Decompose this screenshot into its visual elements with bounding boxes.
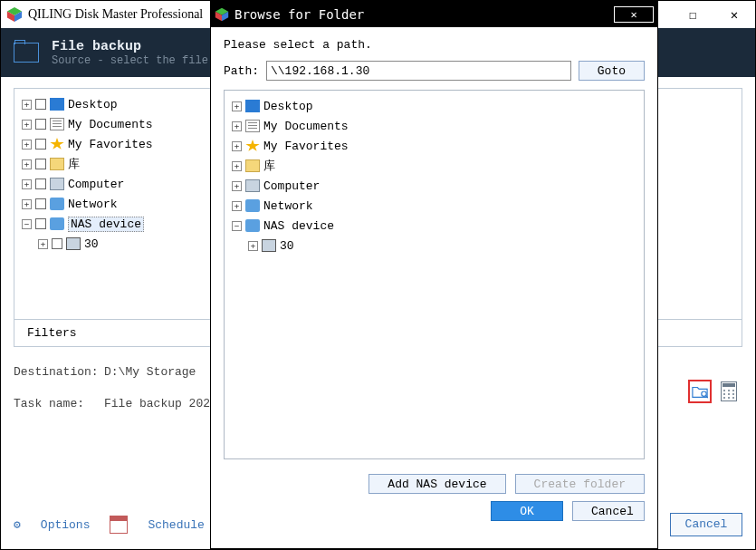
expand-toggle[interactable]: + (22, 179, 32, 189)
checkbox[interactable] (35, 139, 46, 150)
browse-folder-dialog: Browse for Folder ✕ Please select a path… (210, 1, 658, 549)
monitor-icon (66, 237, 81, 250)
lib-icon (245, 159, 260, 172)
tree-item-label: Desktop (263, 100, 313, 113)
dialog-titlebar: Browse for Folder ✕ (211, 2, 657, 27)
tree-item-label: 30 (280, 239, 294, 253)
options-button[interactable]: Options (41, 518, 91, 532)
net-icon (50, 217, 64, 230)
destination-label: Destination: (14, 365, 104, 379)
d-lib[interactable]: +库 (228, 156, 640, 176)
svg-point-12 (732, 393, 734, 395)
monitor-icon (262, 239, 276, 252)
tree-item-label: My Favorites (263, 140, 349, 153)
svg-point-11 (728, 393, 730, 395)
goto-button[interactable]: Goto (579, 61, 645, 81)
d-docs[interactable]: +My Documents (228, 116, 640, 136)
tree-item-label: Computer (68, 178, 124, 191)
expand-toggle[interactable]: + (22, 159, 32, 169)
tree-item-label: Network (68, 198, 118, 211)
net-icon (50, 198, 64, 210)
path-label: Path: (224, 64, 259, 78)
desktop-icon (50, 98, 64, 111)
tree-item-label: 库 (263, 158, 275, 174)
tree-item-label: 库 (68, 156, 80, 172)
d-30[interactable]: +30 (228, 236, 640, 256)
tree-item-label: Network (263, 199, 313, 213)
dialog-actions-row2: OK Cancel (211, 494, 657, 530)
destination-value: D:\My Storage (104, 365, 196, 379)
docs-icon (245, 120, 260, 132)
d-net[interactable]: +Network (228, 196, 640, 216)
app-logo-icon (6, 6, 23, 23)
checkbox[interactable] (35, 119, 46, 130)
dialog-close-button[interactable]: ✕ (614, 6, 654, 23)
svg-point-13 (723, 397, 725, 399)
d-fav[interactable]: +My Favorites (228, 136, 640, 156)
path-row: Path: Goto (224, 61, 645, 81)
destination-tools (688, 380, 741, 403)
expand-toggle[interactable]: + (22, 120, 32, 130)
checkbox[interactable] (35, 99, 46, 110)
expand-toggle[interactable]: − (232, 221, 242, 231)
tree-item-label: My Documents (68, 118, 153, 131)
checkbox[interactable] (52, 238, 62, 249)
expand-toggle[interactable]: + (38, 239, 48, 249)
dialog-logo-icon (215, 7, 229, 22)
dialog-cancel-button[interactable]: Cancel (572, 501, 645, 521)
ok-button[interactable]: OK (491, 501, 563, 521)
d-desktop[interactable]: +Desktop (228, 96, 640, 116)
path-input[interactable] (266, 61, 571, 81)
expand-toggle[interactable]: + (22, 100, 32, 110)
svg-point-9 (732, 390, 734, 391)
svg-rect-6 (723, 383, 735, 387)
expand-toggle[interactable]: + (232, 161, 242, 171)
expand-toggle[interactable]: + (22, 199, 32, 209)
svg-point-7 (723, 390, 725, 391)
create-folder-button[interactable]: Create folder (515, 474, 645, 494)
page-title: File backup (52, 39, 208, 54)
dialog-prompt: Please select a path. (224, 38, 645, 52)
dialog-tree[interactable]: +Desktop+My Documents+My Favorites+库+Com… (228, 96, 640, 256)
d-comp[interactable]: +Computer (228, 176, 640, 196)
main-cancel-button[interactable]: Cancel (670, 513, 742, 536)
checkbox[interactable] (35, 198, 46, 209)
dialog-tree-panel: +Desktop+My Documents+My Favorites+库+Com… (224, 90, 645, 459)
comp-icon (245, 179, 260, 192)
close-button[interactable]: ✕ (713, 1, 755, 28)
fav-icon (245, 140, 260, 152)
maximize-button[interactable]: ☐ (672, 1, 713, 28)
net-icon (245, 219, 260, 232)
checkbox[interactable] (35, 159, 46, 169)
gear-icon: ⚙ (14, 517, 21, 532)
expand-toggle[interactable]: + (232, 181, 242, 191)
svg-point-8 (728, 390, 730, 391)
checkbox[interactable] (35, 179, 46, 189)
page-subtitle: Source - select the file (52, 54, 208, 67)
expand-toggle[interactable]: + (22, 140, 32, 150)
expand-toggle[interactable]: + (232, 201, 242, 211)
add-nas-button[interactable]: Add NAS device (368, 474, 505, 494)
fav-icon (50, 138, 64, 150)
checkbox[interactable] (35, 218, 46, 229)
docs-icon (50, 118, 64, 130)
net-icon (245, 199, 260, 212)
calendar-icon (110, 516, 128, 534)
filters-label: Filters (27, 326, 77, 340)
calculator-icon[interactable] (717, 380, 741, 403)
d-nas[interactable]: −NAS device (228, 216, 640, 236)
browse-destination-button[interactable] (688, 380, 712, 403)
expand-toggle[interactable]: + (232, 101, 242, 111)
expand-toggle[interactable]: + (248, 241, 258, 251)
comp-icon (50, 178, 64, 190)
tree-item-label: My Documents (263, 120, 349, 133)
dialog-actions-row1: Add NAS device Create folder (211, 467, 657, 494)
expand-toggle[interactable]: − (22, 219, 32, 229)
expand-toggle[interactable]: + (232, 141, 242, 151)
dialog-title: Browse for Folder (234, 7, 614, 22)
tree-item-label: NAS device (263, 219, 334, 233)
expand-toggle[interactable]: + (232, 121, 242, 131)
svg-point-10 (723, 393, 725, 395)
desktop-icon (245, 100, 260, 112)
tree-item-label: Computer (263, 179, 320, 193)
